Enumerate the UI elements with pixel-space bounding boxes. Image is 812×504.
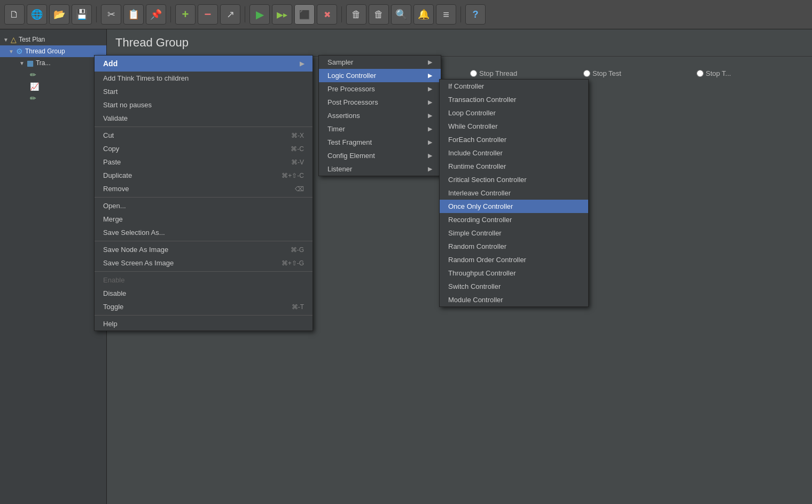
recording-controller-item[interactable]: Recording Controller [440, 213, 588, 226]
duplicate-label: Duplicate [103, 171, 132, 179]
sep5 [460, 6, 461, 22]
sampler-item[interactable]: Sampler ▶ [319, 56, 441, 69]
enable-label: Enable [103, 276, 124, 284]
merge-item[interactable]: Merge [95, 212, 313, 226]
save-screen-image-item[interactable]: Save Screen As Image ⌘+⇧-G [95, 256, 313, 270]
new-btn[interactable]: 🗋 [4, 4, 25, 25]
save-selection-item[interactable]: Save Selection As... [95, 226, 313, 239]
help-btn[interactable]: ? [465, 4, 486, 25]
module-controller-item[interactable]: Module Controller [440, 293, 588, 306]
thread-group-icon: ⚙ [16, 47, 23, 56]
run-btn[interactable]: ▶ [249, 4, 270, 25]
radio-stop-t[interactable]: Stop T... [697, 69, 803, 77]
once-only-controller-item[interactable]: Once Only Controller [440, 200, 588, 213]
random-controller-item[interactable]: Random Controller [440, 240, 588, 253]
logic-controller-item[interactable]: Logic Controller ▶ [319, 69, 441, 82]
log-btn[interactable]: 🔔 [413, 4, 434, 25]
open-item[interactable]: Open... [95, 199, 313, 212]
copy-btn[interactable]: 📋 [123, 4, 144, 25]
validate-item[interactable]: Validate [95, 112, 313, 125]
foreach-controller-item[interactable]: ForEach Controller [440, 133, 588, 146]
logic-controller-label: Logic Controller [327, 72, 376, 80]
template-btn[interactable]: 🌐 [27, 4, 47, 25]
remove-btn[interactable]: − [198, 4, 218, 25]
disable-item[interactable]: Disable [95, 287, 313, 300]
tree-item-item3[interactable]: ✏ [0, 92, 106, 104]
if-controller-item[interactable]: If Controller [440, 80, 588, 93]
duplicate-shortcut: ⌘+⇧-C [282, 172, 304, 179]
copy-item[interactable]: Copy ⌘-C [95, 142, 313, 155]
throughput-controller-item[interactable]: Throughput Controller [440, 266, 588, 280]
sep-c [95, 241, 313, 241]
clear-btn[interactable]: 🗑 [346, 4, 366, 25]
sep4 [341, 6, 342, 22]
simple-controller-item[interactable]: Simple Controller [440, 226, 588, 240]
item1-icon: ✏ [30, 70, 36, 79]
item3-icon: ✏ [30, 94, 36, 103]
pre-processors-item[interactable]: Pre Processors ▶ [319, 82, 441, 96]
remove-item[interactable]: Remove ⌫ [95, 182, 313, 195]
add-btn[interactable]: + [175, 4, 196, 25]
save-btn[interactable]: 💾 [72, 4, 92, 25]
random-controller-label: Random Controller [448, 242, 506, 250]
run-no-pause-btn[interactable]: ▶▸ [272, 4, 292, 25]
save-node-image-item[interactable]: Save Node As Image ⌘-G [95, 243, 313, 256]
config-element-label: Config Element [327, 152, 375, 160]
while-controller-item[interactable]: While Controller [440, 120, 588, 133]
tree-item-item1[interactable]: ✏ [0, 69, 106, 81]
expand-btn[interactable]: ↗ [220, 4, 240, 25]
runtime-controller-item[interactable]: Runtime Controller [440, 160, 588, 173]
toggle-item[interactable]: Toggle ⌘-T [95, 300, 313, 313]
disable-label: Disable [103, 289, 126, 297]
test-fragment-item[interactable]: Test Fragment ▶ [319, 136, 441, 149]
critical-section-controller-label: Critical Section Controller [448, 176, 527, 184]
paste-btn[interactable]: 📌 [146, 4, 166, 25]
assertions-item[interactable]: Assertions ▶ [319, 109, 441, 122]
sampler-label: Sampler [327, 58, 353, 66]
clear-all-btn[interactable]: 🗑 [369, 4, 389, 25]
copy-label: Copy [103, 145, 119, 153]
add-think-times[interactable]: Add Think Times to children [95, 72, 313, 85]
radio-stop-test[interactable]: Stop Test [583, 69, 690, 77]
loop-controller-item[interactable]: Loop Controller [440, 106, 588, 120]
critical-section-controller-item[interactable]: Critical Section Controller [440, 173, 588, 186]
stop-btn[interactable]: ⬛ [294, 4, 315, 25]
config-element-item[interactable]: Config Element ▶ [319, 149, 441, 162]
listener-item[interactable]: Listener ▶ [319, 162, 441, 176]
paste-label: Paste [103, 158, 121, 166]
search-btn[interactable]: 🔍 [391, 4, 411, 25]
content-header: Thread Group [107, 29, 812, 57]
loop-controller-label: Loop Controller [448, 109, 496, 117]
tree-item-transaction[interactable]: ▼ ▦ Tra... [0, 57, 106, 69]
thread-group-label: Thread Group [25, 48, 65, 55]
interleave-controller-item[interactable]: Interleave Controller [440, 186, 588, 200]
logic-controller-submenu: If Controller Transaction Controller Loo… [439, 79, 589, 307]
cut-btn[interactable]: ✂ [101, 4, 121, 25]
cut-item[interactable]: Cut ⌘-X [95, 129, 313, 142]
include-controller-item[interactable]: Include Controller [440, 146, 588, 160]
open-btn[interactable]: 📂 [49, 4, 69, 25]
transaction-controller-item[interactable]: Transaction Controller [440, 93, 588, 106]
post-processors-item[interactable]: Post Processors ▶ [319, 96, 441, 109]
help-item[interactable]: Help [95, 317, 313, 330]
assertions-arrow: ▶ [428, 112, 432, 119]
duplicate-item[interactable]: Duplicate ⌘+⇧-C [95, 169, 313, 182]
radio-stop-thread[interactable]: Stop Thread [470, 69, 577, 77]
while-controller-label: While Controller [448, 122, 497, 130]
stop-now-btn[interactable]: ✖ [317, 4, 337, 25]
test-fragment-label: Test Fragment [327, 138, 372, 146]
runtime-controller-label: Runtime Controller [448, 162, 506, 170]
timer-item[interactable]: Timer ▶ [319, 122, 441, 136]
throughput-controller-label: Throughput Controller [448, 269, 516, 277]
foreach-controller-label: ForEach Controller [448, 136, 506, 144]
start-no-pauses-item[interactable]: Start no pauses [95, 98, 313, 112]
tree-item-item2[interactable]: 📈 [0, 81, 106, 92]
add-menu-header[interactable]: Add ▶ [95, 56, 313, 72]
start-item[interactable]: Start [95, 85, 313, 98]
log-viewer-btn[interactable]: ≡ [436, 4, 456, 25]
paste-item[interactable]: Paste ⌘-V [95, 155, 313, 169]
switch-controller-item[interactable]: Switch Controller [440, 280, 588, 293]
tree-item-test-plan[interactable]: ▼ △ Test Plan [0, 34, 106, 45]
random-order-controller-item[interactable]: Random Order Controller [440, 253, 588, 266]
tree-item-thread-group[interactable]: ▼ ⚙ Thread Group [0, 45, 106, 57]
